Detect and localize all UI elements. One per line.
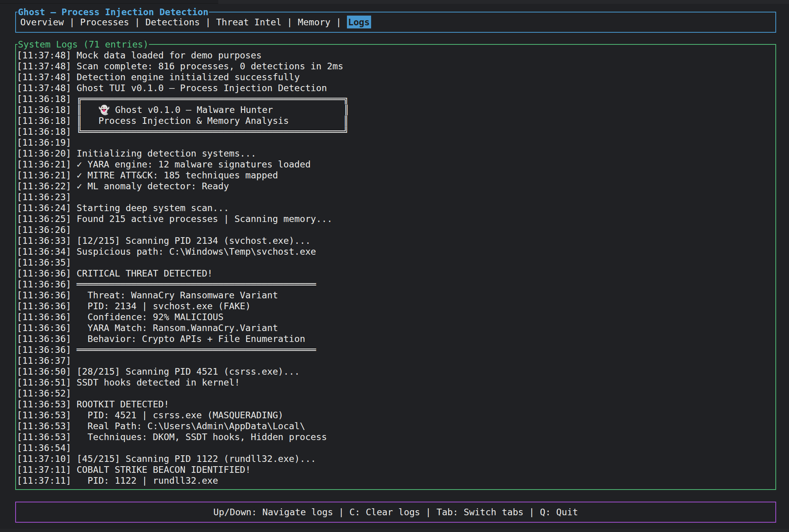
log-message: Confidence: 92% MALICIOUS [71, 312, 224, 322]
tab-bar: Overview | Processes | Detections | Thre… [16, 12, 775, 32]
log-message: ════════════════════════════════════════… [71, 344, 316, 355]
log-timestamp: [11:36:36] [17, 290, 71, 300]
log-line: [11:36:51] SSDT hooks detected in kernel… [17, 377, 775, 388]
log-timestamp: [11:36:36] [17, 279, 71, 289]
log-timestamp: [11:36:51] [17, 377, 71, 388]
log-line: [11:36:37] [17, 355, 775, 366]
tab-panel: Ghost — Process Injection Detection Over… [15, 12, 776, 33]
log-timestamp: [11:36:18] [17, 104, 71, 115]
log-line: [11:36:18] ╔════════════════════════════… [17, 93, 775, 104]
log-line: [11:36:21] ✓ YARA engine: 12 malware sig… [17, 159, 775, 170]
log-timestamp: [11:36:53] [17, 421, 71, 431]
log-message: Techniques: DKOM, SSDT hooks, Hidden pro… [71, 432, 327, 442]
log-message [71, 224, 77, 235]
log-timestamp: [11:36:36] [17, 344, 71, 355]
log-message: Starting deep system scan... [71, 203, 229, 213]
log-message: Behavior: Crypto APIs + File Enumeration [71, 333, 305, 344]
log-message: Detection engine initialized successfull… [71, 72, 300, 82]
log-message: Found 215 active processes | Scanning me… [71, 213, 333, 224]
log-line: [11:37:10] [45/215] Scanning PID 1122 (r… [17, 453, 775, 464]
log-message: Real Path: C:\Users\Admin\AppData\Local\ [71, 421, 305, 431]
log-timestamp: [11:37:48] [17, 50, 71, 60]
log-timestamp: [11:36:36] [17, 333, 71, 344]
log-line: [11:37:48] Ghost TUI v0.1.0 — Process In… [17, 83, 775, 93]
log-timestamp: [11:36:53] [17, 410, 71, 420]
tab-detections[interactable]: Detections [145, 17, 200, 27]
log-line: [11:36:33] [12/215] Scanning PID 2134 (s… [17, 235, 775, 246]
tab-separator: | [64, 17, 80, 27]
log-line: [11:36:20] Initializing detection system… [17, 148, 775, 159]
log-timestamp: [11:36:54] [17, 442, 71, 453]
log-message: CRITICAL THREAT DETECTED! [71, 268, 213, 278]
log-message: SSDT hooks detected in kernel! [71, 377, 240, 388]
log-line: [11:36:18] ║ 👻 Ghost v0.1.0 — Malware Hu… [17, 104, 775, 115]
log-line: [11:36:36] YARA Match: Ransom.WannaCry.V… [17, 322, 775, 333]
log-message: ✓ YARA engine: 12 malware signatures loa… [71, 159, 311, 169]
log-line: [11:36:25] Found 215 active processes | … [17, 213, 775, 224]
log-message [71, 137, 77, 148]
log-line: [11:36:21] ✓ MITRE ATT&CK: 185 technique… [17, 170, 775, 181]
log-timestamp: [11:36:18] [17, 126, 71, 137]
log-line: [11:36:36] ═════════════════════════════… [17, 344, 775, 355]
log-message: ROOTKIT DETECTED! [71, 399, 169, 409]
log-timestamp: [11:36:52] [17, 388, 71, 398]
log-line: [11:36:22] ✓ ML anomaly detector: Ready [17, 181, 775, 192]
status-bar: Up/Down: Navigate logs | C: Clear logs |… [15, 502, 776, 523]
log-line: [11:36:18] ╚════════════════════════════… [17, 126, 775, 137]
log-timestamp: [11:36:19] [17, 137, 71, 148]
log-timestamp: [11:37:11] [17, 464, 71, 475]
log-timestamp: [11:37:48] [17, 83, 71, 93]
terminal-chrome-bottom [0, 529, 789, 532]
log-message [71, 192, 77, 202]
log-message: Mock data loaded for demo purposes [71, 50, 262, 60]
tab-threat-intel[interactable]: Threat Intel [216, 17, 282, 27]
log-line: [11:36:53] Real Path: C:\Users\Admin\App… [17, 421, 775, 432]
log-line: [11:36:50] [28/215] Scanning PID 4521 (c… [17, 366, 775, 377]
log-line: [11:36:24] Starting deep system scan... [17, 203, 775, 213]
log-line: [11:36:36] PID: 2134 | svchost.exe (FAKE… [17, 301, 775, 312]
log-timestamp: [11:36:26] [17, 224, 71, 235]
log-message: ✓ MITRE ATT&CK: 185 techniques mapped [71, 170, 278, 180]
log-timestamp: [11:36:20] [17, 148, 71, 159]
log-message: Ghost TUI v0.1.0 — Process Injection Det… [71, 83, 327, 93]
terminal-chrome-top [0, 0, 789, 4]
tab-logs[interactable]: Logs [347, 16, 371, 28]
log-message: Scan complete: 816 processes, 0 detectio… [71, 61, 343, 71]
tab-overview[interactable]: Overview [20, 17, 64, 27]
log-timestamp: [11:37:48] [17, 61, 71, 71]
log-message: ╚═══════════════════════════════════════… [71, 126, 349, 137]
terminal-screen: Ghost — Process Injection Detection Over… [0, 0, 789, 532]
log-timestamp: [11:36:22] [17, 181, 71, 191]
log-message: COBALT STRIKE BEACON IDENTIFIED! [71, 464, 251, 475]
log-line: [11:36:36] Confidence: 92% MALICIOUS [17, 312, 775, 322]
log-line: [11:36:54] [17, 442, 775, 453]
log-line: [11:36:23] [17, 192, 775, 203]
log-message [71, 388, 77, 398]
log-message: PID: 2134 | svchost.exe (FAKE) [71, 301, 251, 311]
log-timestamp: [11:36:21] [17, 170, 71, 180]
log-timestamp: [11:36:34] [17, 246, 71, 257]
log-line: [11:36:52] [17, 388, 775, 399]
log-line: [11:36:19] [17, 137, 775, 148]
log-message: PID: 1122 | rundll32.exe [71, 475, 218, 486]
log-timestamp: [11:36:21] [17, 159, 71, 169]
log-timestamp: [11:37:10] [17, 453, 71, 464]
log-line: [11:36:26] [17, 224, 775, 235]
log-message: Initializing detection systems... [71, 148, 257, 159]
log-message: [12/215] Scanning PID 2134 (svchost.exe)… [71, 235, 311, 246]
log-line: [11:36:36] ═════════════════════════════… [17, 279, 775, 290]
log-timestamp: [11:36:37] [17, 355, 71, 366]
tab-memory[interactable]: Memory [298, 17, 331, 27]
log-message: Threat: WannaCry Ransomware Variant [71, 290, 278, 300]
log-message: YARA Match: Ransom.WannaCry.Variant [71, 322, 278, 333]
tab-processes[interactable]: Processes [80, 17, 129, 27]
log-line: [11:37:48] Detection engine initialized … [17, 72, 775, 83]
tab-separator: | [200, 17, 216, 27]
log-line: [11:37:11] COBALT STRIKE BEACON IDENTIFI… [17, 464, 775, 475]
log-list[interactable]: [11:37:48] Mock data loaded for demo pur… [16, 45, 775, 489]
log-message [71, 257, 77, 268]
log-message: PID: 4521 | csrss.exe (MASQUERADING) [71, 410, 283, 420]
log-timestamp: [11:36:33] [17, 235, 71, 246]
log-timestamp: [11:36:53] [17, 399, 71, 409]
log-line: [11:37:11] PID: 1122 | rundll32.exe [17, 475, 775, 486]
